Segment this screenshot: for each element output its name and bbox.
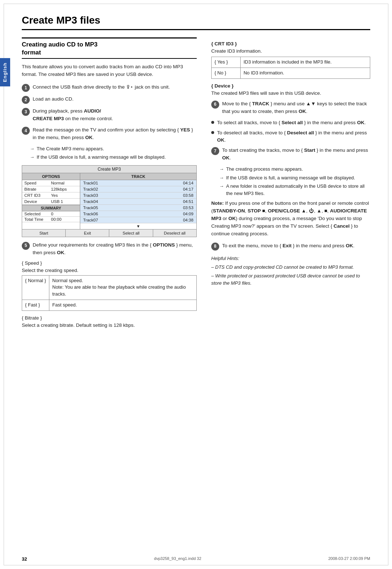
track-row-5: Track0503:53: [80, 205, 196, 211]
page-title: Create MP3 files: [22, 15, 370, 30]
bullet-2-text: To deselect all tracks, move to { Desele…: [217, 129, 370, 144]
track-row-3: Track0303:58: [80, 192, 196, 199]
step-1-num: 1: [22, 84, 30, 92]
arrow-icon-1: →: [30, 145, 34, 153]
step-2: 2 Load an audio CD.: [22, 95, 197, 104]
step-7-arrow-3: → A new folder is created automatically …: [219, 183, 370, 197]
page-footer: 32 dvp3258_93_eng1.indd 32 2008-03-27 2:…: [22, 556, 370, 562]
bullet-dot-1: [211, 121, 214, 124]
bitrate-section-label: { Bitrate }: [22, 315, 197, 321]
step-8-text: To exit the menu, move to { Exit } in th…: [222, 242, 370, 250]
usb-icon: ⮸▸: [126, 84, 133, 91]
mp3-summary-totaltime: Total Time 00:00: [22, 217, 80, 222]
step-7-arrow-2: → If the USB device is full, a warning m…: [219, 174, 370, 182]
crt-id3-no-row: { No } No ID3 information.: [211, 68, 370, 78]
step-4: 4 Read the message on the TV and confirm…: [22, 126, 197, 142]
crt-id3-no-key: { No }: [211, 68, 240, 78]
mp3-table-title: Create MP3: [22, 166, 196, 173]
mp3-table: Create MP3 OPTIONS Speed Normal Bitrate …: [22, 165, 197, 237]
bitrate-desc: Select a creating bitrate. Default setti…: [22, 322, 197, 328]
speed-normal-key: { Normal }: [22, 275, 49, 300]
speed-fast-val: Fast speed.: [49, 300, 197, 311]
bullet-1-text: To select all tracks, move to { Select a…: [217, 119, 366, 126]
mp3-deselectall-btn[interactable]: Deselect all: [153, 229, 196, 237]
crt-id3-no-val: No ID3 information.: [240, 68, 370, 78]
device-label: { Device }: [211, 83, 370, 89]
mp3-track-header: TRACK: [80, 173, 196, 180]
mp3-options-header: OPTIONS: [22, 173, 80, 180]
step-5-num: 5: [22, 242, 30, 250]
step-8-num: 8: [211, 243, 219, 251]
crt-id3-yes-val: ID3 information is included in the MP3 f…: [240, 57, 370, 68]
speed-normal-val: Normal speed.Note: You are able to hear …: [49, 275, 197, 300]
track-row-4: Track0404:51: [80, 199, 196, 205]
down-arrow-indicator: ▼: [80, 223, 196, 229]
helpful-hints-title: Helpful Hints:: [211, 255, 370, 262]
step-8: 8 To exit the menu, move to { Exit } in …: [211, 242, 370, 251]
mp3-table-body: OPTIONS Speed Normal Bitrate 128kbps CRT…: [22, 173, 196, 229]
track-row-7: Track0704:38: [80, 217, 196, 223]
helpful-hints: Helpful Hints: – DTS CD and copy-protect…: [211, 255, 370, 287]
mp3-options-col: OPTIONS Speed Normal Bitrate 128kbps CRT…: [22, 173, 80, 229]
bullet-deselect-all: To deselect all tracks, move to { Desele…: [211, 129, 370, 144]
track-row-1: Track0104:14: [80, 180, 196, 186]
track-row-2: Track0204:17: [80, 186, 196, 192]
page-content: Create MP3 files Creating audio CD to MP…: [0, 0, 392, 342]
step-1: 1 Connect the USB flash drive directly t…: [22, 84, 197, 92]
device-desc: The created MP3 files will save in this …: [211, 90, 370, 96]
two-col-layout: Creating audio CD to MP3 format This fea…: [22, 37, 370, 328]
step-6-text: Move to the { TRACK } menu and use ▲▼ ke…: [222, 100, 370, 115]
col-left: Creating audio CD to MP3 format This fea…: [22, 37, 197, 328]
step-7-arrow-1: → The creating process menu appears.: [219, 166, 370, 173]
hint-item-2: – Write protected or password protected …: [211, 272, 370, 287]
mp3-summary-header: SUMMARY: [22, 205, 80, 211]
crt-id3-yes-key: { Yes }: [211, 57, 240, 68]
speed-section-label: { Speed }: [22, 260, 197, 266]
step-3: 3 During playback, press AUDIO/CREATE MP…: [22, 107, 197, 123]
page-number: 32: [22, 556, 27, 562]
step-7: 7 To start creating the tracks, move to …: [211, 147, 370, 162]
step-7-text: To start creating the tracks, move to { …: [222, 147, 370, 162]
step-3-num: 3: [22, 108, 30, 116]
step-5-text: Define your requirements for creating MP…: [33, 241, 197, 257]
step-7-note: Note: If you press one of the buttons on…: [211, 200, 370, 238]
speed-row-normal: { Normal } Normal speed.Note: You are ab…: [22, 275, 197, 300]
arrow-icon-2: →: [30, 154, 34, 161]
step-4-num: 4: [22, 127, 30, 135]
footer-left: dvp3258_93_eng1.indd 32: [154, 556, 201, 562]
footer-right: 2008-03-27 2:00:09 PM: [328, 556, 370, 562]
step-6: 6 Move to the { TRACK } menu and use ▲▼ …: [211, 100, 370, 115]
arrow-icon-3: →: [219, 166, 224, 173]
bullet-select-all: To select all tracks, move to { Select a…: [211, 119, 370, 126]
step-2-num: 2: [22, 96, 30, 104]
crt-id3-table: { Yes } ID3 information is included in t…: [211, 57, 370, 79]
mp3-start-btn[interactable]: Start: [22, 229, 66, 237]
arrow-icon-5: →: [219, 183, 224, 190]
step-4-text: Read the message on the TV and confirm y…: [33, 126, 197, 142]
track-row-6: Track0604:09: [80, 211, 196, 217]
step-7-num: 7: [211, 147, 219, 155]
step-1-text: Connect the USB flash drive directly to …: [33, 84, 197, 91]
step-4-arrow-1: → The Create MP3 menu appears.: [30, 145, 197, 153]
mp3-summary-selected: Selected 0: [22, 211, 80, 217]
intro-text: This feature allows you to convert audio…: [22, 63, 197, 78]
mp3-selectall-btn[interactable]: Select all: [109, 229, 153, 237]
bullet-dot-2: [211, 131, 214, 134]
speed-fast-key: { Fast }: [22, 300, 49, 311]
arrow-icon-4: →: [219, 174, 224, 182]
step-3-text: During playback, press AUDIO/CREATE MP3 …: [33, 107, 197, 123]
mp3-opt-row-crtid3: CRT ID3 Yes: [22, 192, 80, 199]
step-6-num: 6: [211, 101, 219, 109]
speed-section-desc: Select the creating speed.: [22, 268, 197, 273]
crt-id3-yes-row: { Yes } ID3 information is included in t…: [211, 57, 370, 68]
mp3-opt-row-bitrate: Bitrate 128kbps: [22, 186, 80, 192]
mp3-track-col: TRACK Track0104:14 Track0204:17 Track030…: [80, 173, 196, 229]
mp3-exit-btn[interactable]: Exit: [66, 229, 109, 237]
section-heading: Creating audio CD to MP3 format: [22, 37, 197, 59]
col-right: { CRT ID3 } Create ID3 information. { Ye…: [211, 37, 370, 328]
speed-row-fast: { Fast } Fast speed.: [22, 300, 197, 311]
crt-id3-label: { CRT ID3 }: [211, 41, 370, 46]
mp3-bottom-bar: Start Exit Select all Deselect all: [22, 229, 196, 237]
crt-id3-desc: Create ID3 information.: [211, 48, 370, 54]
hint-item-1: – DTS CD and copy-protected CD cannot be…: [211, 264, 370, 271]
